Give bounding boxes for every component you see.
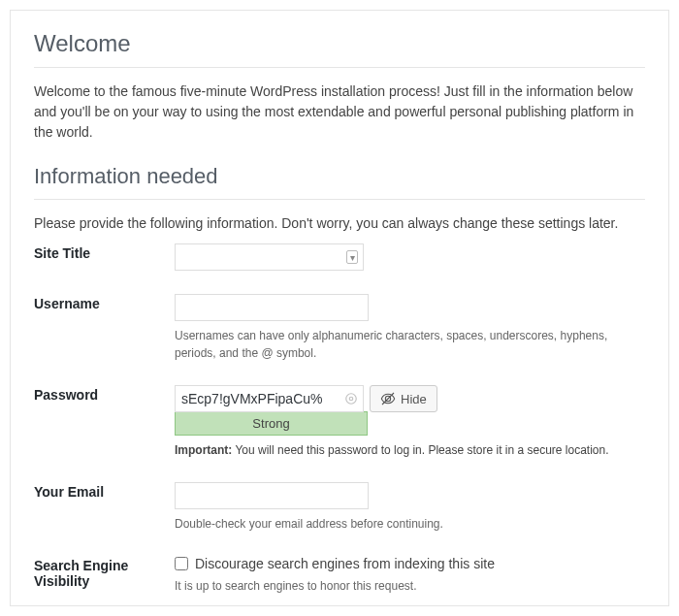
important-text: You will need this password to log in. P… bbox=[232, 443, 608, 457]
info-intro: Please provide the following information… bbox=[34, 213, 645, 234]
search-visibility-checkbox-label: Discourage search engines from indexing … bbox=[195, 556, 495, 571]
search-visibility-label: Search Engine Visibility bbox=[34, 546, 175, 608]
hide-button-label: Hide bbox=[401, 392, 427, 406]
hide-password-button[interactable]: Hide bbox=[370, 385, 437, 412]
email-label: Your Email bbox=[34, 472, 175, 546]
password-key-icon bbox=[344, 392, 358, 405]
search-visibility-hint: It is up to search engines to honor this… bbox=[175, 577, 645, 595]
password-input[interactable] bbox=[175, 385, 364, 412]
password-label: Password bbox=[34, 375, 175, 472]
email-input[interactable] bbox=[175, 482, 369, 509]
search-visibility-checkbox[interactable] bbox=[175, 557, 188, 570]
autofill-icon: ▾ bbox=[346, 250, 358, 264]
username-input[interactable] bbox=[175, 294, 369, 321]
info-heading: Information needed bbox=[34, 164, 645, 200]
username-label: Username bbox=[34, 284, 175, 375]
site-title-input[interactable] bbox=[175, 243, 364, 271]
important-label: Important: bbox=[175, 443, 232, 457]
install-form-container: Welcome Welcome to the famous five-minut… bbox=[10, 10, 669, 606]
svg-point-0 bbox=[346, 394, 357, 405]
eye-slash-icon bbox=[380, 391, 396, 406]
password-important-note: Important: You will need this password t… bbox=[175, 441, 645, 459]
email-hint: Double-check your email address before c… bbox=[175, 515, 645, 533]
welcome-heading: Welcome bbox=[34, 30, 645, 68]
svg-point-1 bbox=[349, 397, 353, 401]
username-hint: Usernames can have only alphanumeric cha… bbox=[175, 327, 645, 362]
site-title-label: Site Title bbox=[34, 234, 175, 284]
password-strength-meter: Strong bbox=[175, 411, 368, 436]
welcome-intro: Welcome to the famous five-minute WordPr… bbox=[34, 81, 645, 143]
form-table: Site Title ▾ Username Usernames can have… bbox=[34, 234, 645, 608]
